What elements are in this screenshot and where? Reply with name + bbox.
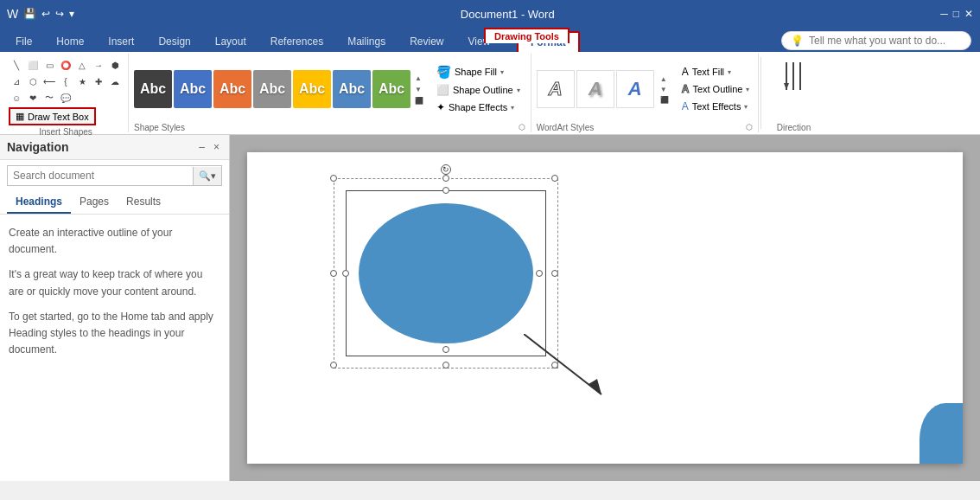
- nav-tab-results[interactable]: Results: [118, 191, 169, 214]
- text-fill-btn[interactable]: A Text Fill ▾: [678, 64, 754, 80]
- shape-cross[interactable]: ✚: [91, 74, 106, 89]
- swatch-orange[interactable]: Abc: [213, 70, 251, 108]
- handle-tr[interactable]: [551, 175, 558, 182]
- swatch-gray[interactable]: Abc: [253, 70, 291, 108]
- tab-review[interactable]: Review: [398, 31, 455, 52]
- shape-outline-btn[interactable]: ⬜ Shape Outline ▾: [431, 82, 525, 98]
- oval-shape[interactable]: [359, 203, 533, 343]
- shape-freeform[interactable]: 〜: [41, 90, 57, 106]
- wordart-outline[interactable]: A: [537, 70, 575, 108]
- swatch-expand[interactable]: ⬛: [412, 96, 426, 106]
- nav-tab-pages[interactable]: Pages: [71, 191, 118, 214]
- wordart-previews: A A A: [537, 70, 654, 108]
- tab-references[interactable]: References: [258, 31, 335, 52]
- swatch-blue[interactable]: Abc: [174, 70, 212, 108]
- inner-handle-mr[interactable]: [536, 270, 543, 277]
- customize-btn[interactable]: ▾: [69, 8, 74, 20]
- draw-text-box-button[interactable]: ▦ Draw Text Box: [9, 107, 96, 125]
- handle-bc[interactable]: [442, 362, 449, 369]
- shapes-grid: ╲ ⬜ ▭ ⭕ △ → ⬢ ⊿ ⬡ ⟵ { ★ ✚: [9, 57, 123, 106]
- nav-minimize-btn[interactable]: –: [196, 140, 207, 154]
- nav-content-p3: To get started, go to the Home tab and a…: [9, 309, 220, 359]
- text-direction-btn[interactable]: Direction: [777, 54, 811, 132]
- word-icon: W: [7, 7, 18, 21]
- inner-handle-tc[interactable]: [442, 187, 449, 194]
- handle-mr[interactable]: [551, 270, 558, 277]
- shape-fill-btn[interactable]: 🪣 Shape Fill ▾: [431, 63, 525, 80]
- shape-smile[interactable]: ☺: [9, 90, 24, 106]
- tab-layout[interactable]: Layout: [203, 31, 258, 52]
- nav-content-p1: Create an interactive outline of your do…: [9, 225, 220, 258]
- effects-dropdown-arrow[interactable]: ▾: [511, 104, 514, 112]
- swatch-dark[interactable]: Abc: [134, 70, 172, 108]
- minimize-btn[interactable]: ─: [940, 8, 948, 20]
- wordart-expand[interactable]: ⬛: [658, 95, 671, 105]
- swatch-up[interactable]: ▲: [412, 74, 426, 83]
- handle-bl[interactable]: [330, 362, 337, 369]
- restore-btn[interactable]: □: [953, 8, 959, 20]
- tab-mailings[interactable]: Mailings: [335, 31, 398, 52]
- wordart-styles-label: WordArt Styles: [537, 121, 595, 132]
- textbox-icon: ▦: [16, 111, 24, 122]
- wordart-down[interactable]: ▼: [658, 85, 671, 94]
- tab-insert[interactable]: Insert: [96, 31, 146, 52]
- partial-shape-br: [920, 403, 963, 464]
- swatch-green[interactable]: Abc: [372, 70, 410, 108]
- shape-oval[interactable]: ⭕: [58, 57, 73, 73]
- ribbon-separator: [760, 57, 761, 129]
- text-fill-arrow[interactable]: ▾: [728, 68, 731, 76]
- shape-heart[interactable]: ❤: [25, 90, 41, 106]
- shape-rounded-rect[interactable]: ▭: [41, 57, 57, 73]
- save-btn[interactable]: 💾: [23, 8, 36, 20]
- shape-styles-label: Shape Styles: [134, 121, 185, 132]
- shape-styles-expand[interactable]: ⬡: [519, 123, 525, 131]
- wordart-expand[interactable]: ⬡: [746, 123, 753, 131]
- rotation-handle[interactable]: ↻: [441, 164, 451, 175]
- shape-arrow[interactable]: →: [91, 57, 106, 73]
- navigation-panel: Navigation – × 🔍▾ Headings Pages Results…: [0, 135, 230, 481]
- handle-tc[interactable]: [442, 175, 449, 182]
- fill-dropdown-arrow[interactable]: ▾: [500, 68, 504, 76]
- nav-tab-headings[interactable]: Headings: [7, 191, 71, 214]
- shape-bracket[interactable]: {: [58, 74, 73, 89]
- wordart-up[interactable]: ▲: [658, 74, 671, 84]
- swatch-down[interactable]: ▼: [412, 85, 426, 94]
- undo-btn[interactable]: ↩: [41, 8, 50, 20]
- shape-line[interactable]: ╲: [9, 57, 24, 73]
- redo-btn[interactable]: ↪: [55, 8, 64, 20]
- tab-design[interactable]: Design: [146, 31, 202, 52]
- shape-cloud[interactable]: ☁: [107, 74, 123, 89]
- tab-file[interactable]: File: [3, 31, 44, 52]
- title-bar: W 💾 ↩ ↪ ▾ Document1 - Word ─ □ ✕: [0, 0, 980, 28]
- tell-me-input[interactable]: [809, 35, 962, 47]
- inner-handle-bc[interactable]: [442, 346, 449, 353]
- search-input[interactable]: [8, 166, 193, 185]
- tab-home[interactable]: Home: [44, 31, 96, 52]
- nav-close-btn[interactable]: ×: [211, 140, 222, 154]
- wordart-shadow[interactable]: A: [576, 70, 614, 108]
- shape-rect[interactable]: ⬜: [25, 57, 41, 73]
- shape-callout[interactable]: 💬: [58, 90, 73, 106]
- outline-dropdown-arrow[interactable]: ▾: [517, 87, 520, 94]
- shape-curve[interactable]: ⟵: [41, 74, 57, 89]
- shape-star[interactable]: ★: [74, 74, 90, 89]
- tell-me-bar[interactable]: 💡: [781, 31, 971, 50]
- text-outline-btn[interactable]: A Text Outline ▾: [678, 81, 754, 97]
- handle-tl[interactable]: [330, 175, 337, 182]
- shape-triangle[interactable]: △: [74, 57, 90, 73]
- shape-effects-btn[interactable]: ✦ Shape Effects ▾: [431, 99, 525, 115]
- handle-ml[interactable]: [330, 270, 337, 277]
- swatch-lightblue[interactable]: Abc: [333, 70, 371, 108]
- text-effects-arrow[interactable]: ▾: [744, 103, 748, 111]
- shape-rangle[interactable]: ⊿: [9, 74, 24, 89]
- search-button[interactable]: 🔍▾: [193, 167, 221, 185]
- inner-handle-ml[interactable]: [342, 270, 349, 277]
- text-outline-arrow[interactable]: ▾: [746, 86, 749, 93]
- wordart-plain[interactable]: A: [616, 70, 654, 108]
- close-btn[interactable]: ✕: [964, 8, 973, 20]
- title-bar-controls: W 💾 ↩ ↪ ▾: [7, 7, 74, 21]
- swatch-yellow[interactable]: Abc: [293, 70, 331, 108]
- shape-pentagon[interactable]: ⬡: [25, 74, 41, 89]
- shape-more[interactable]: ⬢: [107, 57, 123, 73]
- text-effects-btn[interactable]: A Text Effects ▾: [678, 99, 754, 114]
